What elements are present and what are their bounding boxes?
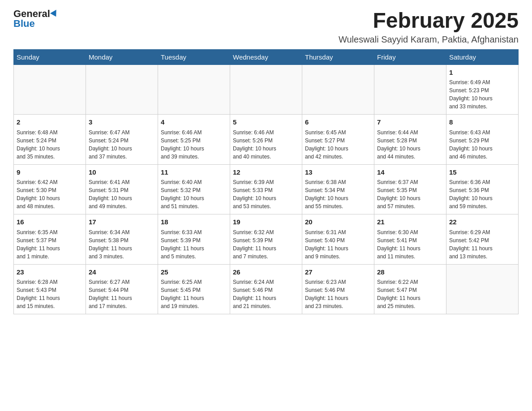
day-info: Sunrise: 6:41 AM Sunset: 5:31 PM Dayligh… xyxy=(89,178,155,210)
day-number: 6 xyxy=(305,117,371,128)
day-info: Sunrise: 6:46 AM Sunset: 5:26 PM Dayligh… xyxy=(233,128,299,161)
calendar-cell: 18Sunrise: 6:33 AM Sunset: 5:39 PM Dayli… xyxy=(158,214,230,265)
calendar-week-row: 9Sunrise: 6:42 AM Sunset: 5:30 PM Daylig… xyxy=(14,164,519,214)
day-info: Sunrise: 6:24 AM Sunset: 5:46 PM Dayligh… xyxy=(233,278,299,310)
calendar-week-row: 2Sunrise: 6:48 AM Sunset: 5:24 PM Daylig… xyxy=(14,115,519,165)
logo-blue-text: Blue xyxy=(13,19,35,29)
day-of-week-header: Thursday xyxy=(302,49,374,64)
day-of-week-header: Wednesday xyxy=(230,49,302,64)
calendar-cell: 19Sunrise: 6:32 AM Sunset: 5:39 PM Dayli… xyxy=(230,214,302,265)
day-info: Sunrise: 6:29 AM Sunset: 5:42 PM Dayligh… xyxy=(449,228,515,261)
calendar-cell: 1Sunrise: 6:49 AM Sunset: 5:23 PM Daylig… xyxy=(446,64,519,115)
day-info: Sunrise: 6:49 AM Sunset: 5:23 PM Dayligh… xyxy=(449,78,515,111)
day-number: 13 xyxy=(305,167,371,178)
calendar-cell xyxy=(86,64,158,115)
logo: General Blue xyxy=(13,9,58,29)
calendar-cell: 12Sunrise: 6:39 AM Sunset: 5:33 PM Dayli… xyxy=(230,164,302,214)
day-info: Sunrise: 6:22 AM Sunset: 5:47 PM Dayligh… xyxy=(377,278,443,310)
day-number: 17 xyxy=(89,217,155,227)
day-number: 15 xyxy=(449,167,515,178)
day-number: 12 xyxy=(233,167,299,178)
calendar-cell: 3Sunrise: 6:47 AM Sunset: 5:24 PM Daylig… xyxy=(86,115,158,165)
calendar-cell xyxy=(302,64,374,115)
calendar-header: SundayMondayTuesdayWednesdayThursdayFrid… xyxy=(14,49,519,64)
day-number: 14 xyxy=(377,167,443,178)
day-info: Sunrise: 6:35 AM Sunset: 5:37 PM Dayligh… xyxy=(17,228,83,261)
day-number: 11 xyxy=(161,167,227,178)
day-info: Sunrise: 6:31 AM Sunset: 5:40 PM Dayligh… xyxy=(305,228,371,261)
calendar-cell xyxy=(14,64,86,115)
day-number: 16 xyxy=(17,217,83,227)
day-info: Sunrise: 6:25 AM Sunset: 5:45 PM Dayligh… xyxy=(161,278,227,310)
page-header: General Blue February 2025 Wuleswali Say… xyxy=(13,9,519,45)
calendar-cell: 28Sunrise: 6:22 AM Sunset: 5:47 PM Dayli… xyxy=(374,264,446,314)
day-info: Sunrise: 6:46 AM Sunset: 5:25 PM Dayligh… xyxy=(161,128,227,161)
day-info: Sunrise: 6:45 AM Sunset: 5:27 PM Dayligh… xyxy=(305,128,371,161)
calendar-cell: 24Sunrise: 6:27 AM Sunset: 5:44 PM Dayli… xyxy=(86,264,158,314)
calendar-cell: 16Sunrise: 6:35 AM Sunset: 5:37 PM Dayli… xyxy=(14,214,86,265)
logo-general-text: General xyxy=(13,9,50,19)
calendar-cell xyxy=(230,64,302,115)
calendar-cell: 15Sunrise: 6:36 AM Sunset: 5:36 PM Dayli… xyxy=(446,164,519,214)
calendar-cell: 9Sunrise: 6:42 AM Sunset: 5:30 PM Daylig… xyxy=(14,164,86,214)
day-number: 10 xyxy=(89,167,155,178)
day-number: 4 xyxy=(161,117,227,128)
day-number: 8 xyxy=(449,117,515,128)
day-number: 5 xyxy=(233,117,299,128)
calendar-cell: 14Sunrise: 6:37 AM Sunset: 5:35 PM Dayli… xyxy=(374,164,446,214)
days-of-week-row: SundayMondayTuesdayWednesdayThursdayFrid… xyxy=(14,49,519,64)
calendar-cell xyxy=(158,64,230,115)
calendar-cell: 21Sunrise: 6:30 AM Sunset: 5:41 PM Dayli… xyxy=(374,214,446,265)
day-info: Sunrise: 6:30 AM Sunset: 5:41 PM Dayligh… xyxy=(377,228,443,261)
day-number: 19 xyxy=(233,217,299,227)
calendar-table: SundayMondayTuesdayWednesdayThursdayFrid… xyxy=(13,49,519,315)
month-year-title: February 2025 xyxy=(339,9,519,33)
day-info: Sunrise: 6:44 AM Sunset: 5:28 PM Dayligh… xyxy=(377,128,443,161)
day-of-week-header: Monday xyxy=(86,49,158,64)
day-info: Sunrise: 6:42 AM Sunset: 5:30 PM Dayligh… xyxy=(17,178,83,210)
calendar-cell: 25Sunrise: 6:25 AM Sunset: 5:45 PM Dayli… xyxy=(158,264,230,314)
day-info: Sunrise: 6:23 AM Sunset: 5:46 PM Dayligh… xyxy=(305,278,371,310)
day-number: 21 xyxy=(377,217,443,227)
calendar-cell: 7Sunrise: 6:44 AM Sunset: 5:28 PM Daylig… xyxy=(374,115,446,165)
day-of-week-header: Friday xyxy=(374,49,446,64)
day-number: 1 xyxy=(449,68,515,78)
day-info: Sunrise: 6:37 AM Sunset: 5:35 PM Dayligh… xyxy=(377,178,443,210)
day-info: Sunrise: 6:47 AM Sunset: 5:24 PM Dayligh… xyxy=(89,128,155,161)
day-number: 20 xyxy=(305,217,371,227)
day-of-week-header: Sunday xyxy=(14,49,86,64)
day-number: 7 xyxy=(377,117,443,128)
calendar-cell: 2Sunrise: 6:48 AM Sunset: 5:24 PM Daylig… xyxy=(14,115,86,165)
calendar-cell: 23Sunrise: 6:28 AM Sunset: 5:43 PM Dayli… xyxy=(14,264,86,314)
calendar-cell: 13Sunrise: 6:38 AM Sunset: 5:34 PM Dayli… xyxy=(302,164,374,214)
calendar-cell: 10Sunrise: 6:41 AM Sunset: 5:31 PM Dayli… xyxy=(86,164,158,214)
day-number: 24 xyxy=(89,267,155,278)
calendar-week-row: 16Sunrise: 6:35 AM Sunset: 5:37 PM Dayli… xyxy=(14,214,519,265)
calendar-week-row: 1Sunrise: 6:49 AM Sunset: 5:23 PM Daylig… xyxy=(14,64,519,115)
day-number: 2 xyxy=(17,117,83,128)
day-info: Sunrise: 6:43 AM Sunset: 5:29 PM Dayligh… xyxy=(449,128,515,161)
calendar-cell: 6Sunrise: 6:45 AM Sunset: 5:27 PM Daylig… xyxy=(302,115,374,165)
day-number: 22 xyxy=(449,217,515,227)
day-info: Sunrise: 6:28 AM Sunset: 5:43 PM Dayligh… xyxy=(17,278,83,310)
title-area: February 2025 Wuleswali Sayyid Karam, Pa… xyxy=(339,9,519,45)
day-of-week-header: Saturday xyxy=(446,49,519,64)
day-info: Sunrise: 6:32 AM Sunset: 5:39 PM Dayligh… xyxy=(233,228,299,261)
calendar-cell: 5Sunrise: 6:46 AM Sunset: 5:26 PM Daylig… xyxy=(230,115,302,165)
day-info: Sunrise: 6:48 AM Sunset: 5:24 PM Dayligh… xyxy=(17,128,83,161)
calendar-cell: 20Sunrise: 6:31 AM Sunset: 5:40 PM Dayli… xyxy=(302,214,374,265)
day-info: Sunrise: 6:39 AM Sunset: 5:33 PM Dayligh… xyxy=(233,178,299,210)
calendar-body: 1Sunrise: 6:49 AM Sunset: 5:23 PM Daylig… xyxy=(14,64,519,314)
calendar-cell: 8Sunrise: 6:43 AM Sunset: 5:29 PM Daylig… xyxy=(446,115,519,165)
calendar-cell xyxy=(374,64,446,115)
day-info: Sunrise: 6:36 AM Sunset: 5:36 PM Dayligh… xyxy=(449,178,515,210)
calendar-cell: 11Sunrise: 6:40 AM Sunset: 5:32 PM Dayli… xyxy=(158,164,230,214)
day-info: Sunrise: 6:38 AM Sunset: 5:34 PM Dayligh… xyxy=(305,178,371,210)
calendar-week-row: 23Sunrise: 6:28 AM Sunset: 5:43 PM Dayli… xyxy=(14,264,519,314)
calendar-cell: 17Sunrise: 6:34 AM Sunset: 5:38 PM Dayli… xyxy=(86,214,158,265)
day-number: 27 xyxy=(305,267,371,278)
day-info: Sunrise: 6:34 AM Sunset: 5:38 PM Dayligh… xyxy=(89,228,155,261)
calendar-cell xyxy=(446,264,519,314)
location-subtitle: Wuleswali Sayyid Karam, Paktia, Afghanis… xyxy=(339,34,519,45)
calendar-cell: 22Sunrise: 6:29 AM Sunset: 5:42 PM Dayli… xyxy=(446,214,519,265)
